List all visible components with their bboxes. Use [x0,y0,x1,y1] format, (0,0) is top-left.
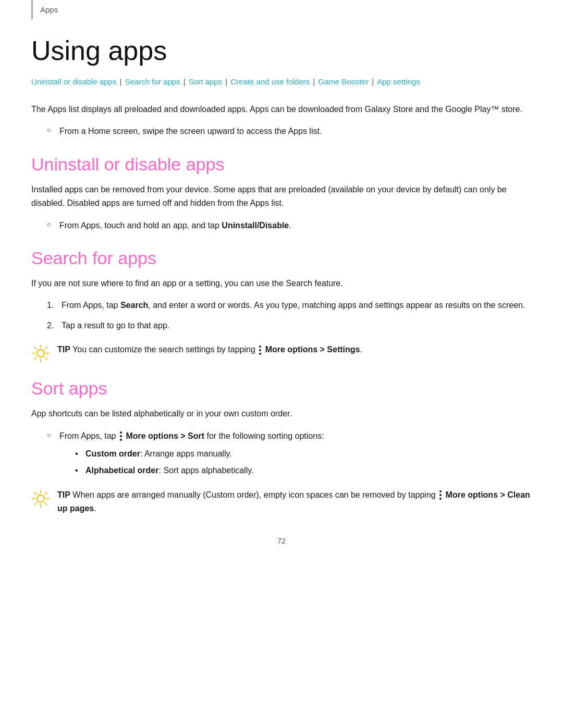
tip1-option: More options > Settings [265,345,360,354]
section3-sub-item2: Alphabetical order: Sort apps alphabetic… [75,464,532,477]
section1-body: Installed apps can be removed from your … [31,183,532,211]
svg-line-7 [45,347,47,349]
section2-heading: Search for apps [31,248,532,268]
svg-line-14 [34,492,36,495]
section1-heading: Uninstall or disable apps [31,154,532,175]
section3-sub-list: Custom order: Arrange apps manually. Alp… [75,447,532,478]
more-options-icon-2 [119,431,123,441]
section2-step1: From Apps, tap Search, and enter a word … [47,299,532,312]
svg-point-0 [37,350,44,357]
intro-bullet-list: From a Home screen, swipe the screen upw… [47,125,532,138]
sub-item1-bold: Custom order [85,449,140,458]
tip1-icon [31,344,50,363]
section3-bullet-before: From Apps, tap [59,431,118,440]
section1-bullet-bold: Uninstall/Disable [222,221,289,230]
section2-steps: From Apps, tap Search, and enter a word … [47,299,532,332]
section1-bullet-end: . [289,221,291,230]
section3-bullet-item: From Apps, tap More options > Sort for t… [47,429,532,478]
tip1-box: TIP You can customize the search setting… [31,343,532,363]
sub-item1-text: : Arrange apps manually. [140,449,232,458]
step2-text: Tap a result to go to that app. [62,321,169,330]
tip1-after: . [360,345,362,354]
section3-bullet-option: More options > Sort [126,431,204,440]
section3-bullet-after: for the following sorting options: [204,431,324,440]
step1-bold: Search [120,301,148,310]
page-title: Using apps [31,35,532,66]
tip2-after: . [94,504,96,513]
svg-line-8 [34,358,36,360]
more-options-icon-1 [259,346,262,355]
section1-body-text: Installed apps can be removed from your … [31,185,507,207]
tip2-label: TIP [57,490,70,499]
intro-bullet-text: From a Home screen, swipe the screen upw… [59,127,322,135]
nav-link-game[interactable]: Game Booster [318,77,369,86]
section2-body-text: If you are not sure where to find an app… [31,279,343,288]
intro-bullet-item: From a Home screen, swipe the screen upw… [47,125,532,138]
step1-before: From Apps, tap [62,301,120,310]
nav-separator: | [311,77,317,86]
svg-line-6 [45,358,47,360]
section3-sub-item1: Custom order: Arrange apps manually. [75,447,532,461]
page-number: 72 [31,536,532,556]
nav-link-search[interactable]: Search for apps [125,77,180,86]
step1-after: , and enter a word or words. As you type… [148,301,525,310]
tip2-before: When apps are arranged manually (Custom … [70,490,438,499]
svg-line-15 [45,503,47,505]
more-options-icon-3 [439,490,442,500]
breadcrumb-label: Apps [40,5,58,14]
nav-link-uninstall[interactable]: Uninstall or disable apps [31,77,116,86]
section2-step2: Tap a result to go to that app. [47,319,532,332]
lightbulb-icon [31,344,50,363]
nav-link-folders[interactable]: Create and use folders [230,77,310,86]
section1-bullet-list: From Apps, touch and hold an app, and ta… [47,219,532,232]
tip1-label: TIP [57,345,70,354]
tip1-before: You can customize the search settings by… [70,345,258,354]
page-number-value: 72 [277,536,286,545]
tip2-box: TIP When apps are arranged manually (Cus… [31,488,532,516]
svg-line-5 [34,347,36,349]
tip2-text: TIP When apps are arranged manually (Cus… [57,488,532,516]
svg-point-9 [37,495,44,502]
svg-line-16 [45,492,47,495]
nav-separator: | [223,77,229,86]
nav-link-appsettings[interactable]: App settings [377,77,420,86]
section2-body: If you are not sure where to find an app… [31,277,532,290]
lightbulb-icon-2 [31,489,50,508]
section3-body: App shortcuts can be listed alphabetical… [31,407,532,421]
nav-separator: | [181,77,188,86]
intro-text-content: The Apps list displays all preloaded and… [31,105,522,114]
sub-item2-text: : Sort apps alphabetically. [158,466,253,475]
tip1-text: TIP You can customize the search setting… [57,343,362,356]
tip2-icon [31,489,50,508]
nav-links: Uninstall or disable apps | Search for a… [31,76,532,88]
nav-link-sort[interactable]: Sort apps [189,77,222,86]
intro-text: The Apps list displays all preloaded and… [31,103,532,116]
section3-body-text: App shortcuts can be listed alphabetical… [31,409,292,418]
sub-item2-bold: Alphabetical order [85,466,158,475]
svg-line-17 [34,503,36,505]
nav-separator: | [370,77,376,86]
nav-separator: | [117,77,124,86]
breadcrumb: Apps [31,0,532,19]
section3-bullet-list: From Apps, tap More options > Sort for t… [47,429,532,478]
section3-heading: Sort apps [31,378,532,399]
section1-bullet-item: From Apps, touch and hold an app, and ta… [47,219,532,232]
section1-bullet-before: From Apps, touch and hold an app, and ta… [59,221,222,230]
